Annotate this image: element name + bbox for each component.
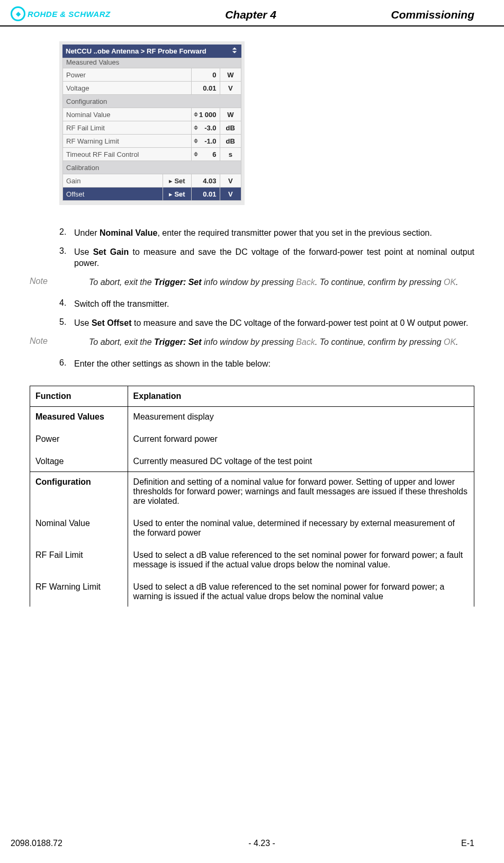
rf-fail-input[interactable]: -3.0 xyxy=(191,121,220,135)
table-row: RF Fail Limit Used to select a dB value … xyxy=(30,543,474,575)
device-titlebar: NetCCU ..obe Antenna > RF Probe Forward xyxy=(62,45,241,58)
section-measured: Measured Values xyxy=(63,58,241,68)
page-content: NetCCU ..obe Antenna > RF Probe Forward … xyxy=(0,26,504,607)
footer-right: E-1 xyxy=(461,839,474,848)
spinner-icon[interactable] xyxy=(194,139,198,144)
row-power: Power 0 W xyxy=(63,68,241,82)
table-row: Voltage Currently measured DC voltage of… xyxy=(30,449,474,472)
table-row: Nominal Value Used to enter the nominal … xyxy=(30,511,474,543)
value-offset: 0.01 xyxy=(191,188,220,201)
spinner-icon[interactable] xyxy=(194,126,198,130)
row-gain: Gain Set 4.03 V xyxy=(63,174,241,188)
set-offset-button[interactable]: Set xyxy=(163,188,191,201)
table-header: Function Explanation xyxy=(30,386,474,406)
logo-text: ROHDE & SCHWARZ xyxy=(28,10,111,19)
timeout-input[interactable]: 6 xyxy=(191,148,220,161)
step-4: 4. Switch off the transmitter. xyxy=(59,298,474,310)
row-rf-warn: RF Warning Limit -1.0 dB xyxy=(63,135,241,148)
device-table: Measured Values Power 0 W Voltage 0.01 V… xyxy=(62,58,241,201)
nominal-value-input[interactable]: 1 000 xyxy=(191,108,220,121)
table-row: Configuration Definition and setting of … xyxy=(30,471,474,511)
table-row: Power Current forward power xyxy=(30,427,474,449)
footer-left: 2098.0188.72 xyxy=(11,839,62,848)
table-row: Measured Values Measurement display xyxy=(30,406,474,427)
row-timeout: Timeout RF Fail Control 6 s xyxy=(63,148,241,161)
logo: ROHDE & SCHWARZ xyxy=(11,6,111,21)
set-gain-button[interactable]: Set xyxy=(163,174,191,188)
table-row: RF Warning Limit Used to select a dB val… xyxy=(30,575,474,607)
note-1: Note To abort, exit the Trigger: Set inf… xyxy=(30,277,474,288)
value-power: 0 xyxy=(191,68,220,82)
instruction-steps: 2. Under Nominal Value, enter the requir… xyxy=(30,227,474,269)
section-calib: Calibration xyxy=(63,161,241,174)
explanation-table: Function Explanation Measured Values Mea… xyxy=(30,386,474,607)
device-title-text: NetCCU ..obe Antenna > RF Probe Forward xyxy=(66,47,206,55)
page-header: ROHDE & SCHWARZ Chapter 4 Commissioning xyxy=(0,0,504,26)
spinner-icon[interactable] xyxy=(194,152,198,157)
page-footer: 2098.0188.72 - 4.23 - E-1 xyxy=(0,839,504,848)
section-label: Commissioning xyxy=(391,8,474,21)
value-gain: 4.03 xyxy=(191,174,220,188)
spinner-icon[interactable] xyxy=(194,112,198,117)
row-rf-fail: RF Fail Limit -3.0 dB xyxy=(63,121,241,135)
logo-icon xyxy=(11,6,25,21)
value-voltage: 0.01 xyxy=(191,82,220,95)
step-3: 3. Use Set Gain to measure and save the … xyxy=(59,246,474,269)
section-config: Configuration xyxy=(63,95,241,108)
footer-center: - 4.23 - xyxy=(248,839,275,848)
note-2: Note To abort, exit the Trigger: Set inf… xyxy=(30,336,474,348)
step-5: 5. Use Set Offset to measure and save th… xyxy=(59,317,474,329)
row-nominal: Nominal Value 1 000 W xyxy=(63,108,241,121)
step-6: 6. Enter the other settings as shown in … xyxy=(59,358,474,370)
chapter-label: Chapter 4 xyxy=(225,8,276,21)
device-panel: NetCCU ..obe Antenna > RF Probe Forward … xyxy=(59,41,245,205)
row-voltage: Voltage 0.01 V xyxy=(63,82,241,95)
rf-warn-input[interactable]: -1.0 xyxy=(191,135,220,148)
scroll-icon[interactable] xyxy=(231,47,238,56)
step-2: 2. Under Nominal Value, enter the requir… xyxy=(59,227,474,239)
row-offset[interactable]: Offset Set 0.01 V xyxy=(63,188,241,201)
